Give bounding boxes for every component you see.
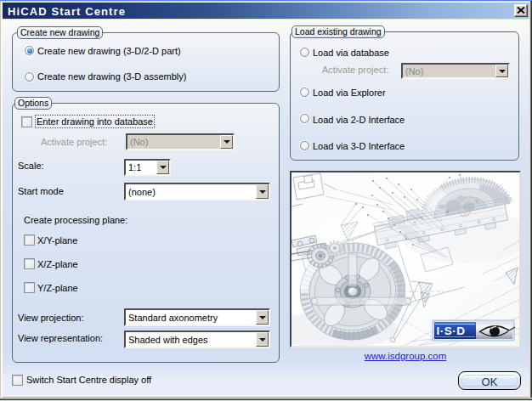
svg-text:I·S·D: I·S·D	[437, 325, 466, 337]
